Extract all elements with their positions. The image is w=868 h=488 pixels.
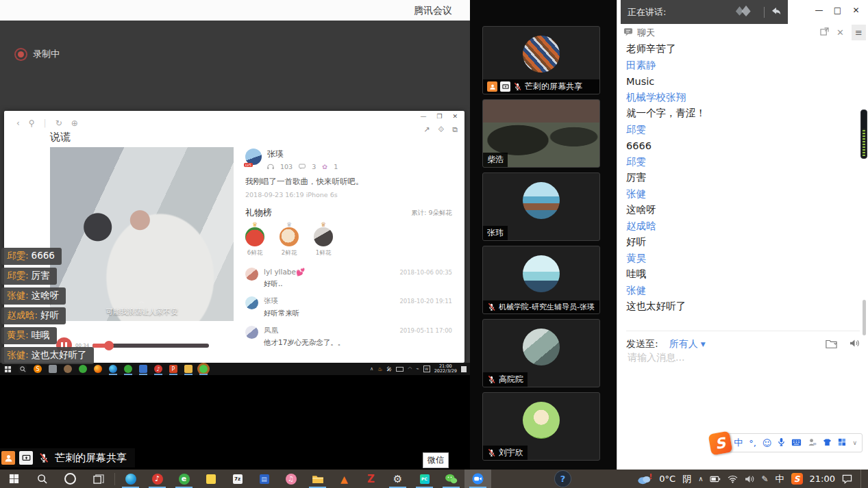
search-icon[interactable]	[28, 470, 56, 488]
task-view-icon[interactable]	[84, 470, 112, 488]
chat-scrollbar[interactable]	[863, 300, 866, 335]
file-explorer-icon[interactable]	[304, 470, 331, 488]
matlab-icon[interactable]: ▲	[331, 470, 358, 488]
settings-icon[interactable]: ⚙	[384, 470, 411, 488]
toolbox-icon[interactable]	[838, 438, 846, 448]
send-to-selector[interactable]: 所有人	[669, 338, 698, 350]
chat-sender-name[interactable]: 黄昊	[626, 251, 852, 267]
chat-sender-name[interactable]: 邱雯	[626, 122, 852, 138]
netease-music-icon[interactable]: ♪	[154, 365, 162, 373]
gift-rank-item[interactable]: ♛ 6鲜花	[245, 227, 264, 257]
weather-temp[interactable]: 0°C	[659, 474, 675, 484]
show-desktop-button[interactable]	[860, 470, 865, 488]
search-icon[interactable]	[18, 365, 27, 373]
close-icon[interactable]: ✕	[452, 113, 458, 120]
participant-tile[interactable]: 机械学院-研究生辅导员-张瑛	[482, 246, 600, 314]
sogou-tray-icon[interactable]: S	[791, 473, 803, 485]
gift-box-icon[interactable]: ⟐	[438, 125, 444, 134]
help-icon[interactable]: ?	[555, 471, 571, 487]
tray-chevron-icon[interactable]: ∧	[698, 475, 703, 483]
singer-name[interactable]: 张瑛	[267, 149, 338, 160]
participant-tile[interactable]: 柴浩	[482, 99, 600, 168]
image-viewer-icon[interactable]	[139, 365, 147, 373]
battery-icon[interactable]	[396, 367, 404, 372]
chat-menu-button[interactable]: ≡	[852, 25, 866, 40]
sticky-notes-icon[interactable]	[197, 470, 224, 488]
chat-sender-name[interactable]: 张健	[626, 186, 852, 203]
chat-sender-name[interactable]: 田素静	[626, 57, 852, 74]
refresh-icon[interactable]: ↻	[55, 118, 62, 128]
close-button[interactable]: ✕	[847, 2, 865, 18]
weather-icon[interactable]: !	[637, 474, 652, 485]
collapse-chevron-icon[interactable]: ∨	[852, 439, 857, 446]
ime-box-icon[interactable]: W	[423, 365, 430, 372]
edge-icon[interactable]	[117, 470, 144, 488]
keyboard-icon[interactable]	[791, 438, 802, 448]
back-icon[interactable]: ‹	[16, 118, 20, 128]
window-controls[interactable]: — □ ✕	[810, 2, 865, 18]
start-button[interactable]	[0, 470, 28, 488]
popout-icon[interactable]	[820, 27, 829, 38]
start-button-icon[interactable]	[3, 365, 12, 373]
firefox-icon[interactable]	[94, 365, 102, 373]
usb-icon[interactable]: ⌁	[416, 366, 419, 372]
music-app-icon[interactable]: ♫	[277, 470, 304, 488]
participant-tile[interactable]: 张玮	[482, 172, 600, 241]
mic-tray-icon[interactable]: 🎤︎	[386, 366, 392, 372]
app-green-icon[interactable]	[79, 365, 87, 373]
restore-icon[interactable]: ❐	[436, 113, 442, 120]
tray-chevron-icon[interactable]: ∧	[370, 366, 373, 372]
image-viewer-icon[interactable]: ▤	[251, 470, 277, 488]
close-chat-icon[interactable]: ✕	[836, 27, 844, 38]
file-send-icon[interactable]	[826, 339, 837, 350]
action-center-icon[interactable]	[842, 474, 852, 484]
app-brown-icon[interactable]	[64, 365, 72, 373]
edge-icon[interactable]	[109, 365, 117, 373]
sogou-logo-icon[interactable]: S	[708, 431, 733, 455]
reply-arrow-icon[interactable]	[770, 6, 781, 18]
chat-message-list[interactable]: 老师辛苦了田素静Music机械学校张翔就一个字，青涩！邱雯6666邱雯厉害张健这…	[626, 41, 852, 315]
netease-music-icon[interactable]: ♪	[144, 470, 171, 488]
chat-sender-name[interactable]: 机械学校张翔	[626, 90, 852, 106]
mini-player-icon[interactable]: ⧉	[452, 125, 458, 134]
globe-icon[interactable]: ⊕	[71, 118, 78, 128]
7zip-icon[interactable]: 7z	[224, 470, 251, 488]
voice-input-icon[interactable]	[778, 437, 785, 448]
progress-slider[interactable]	[92, 344, 209, 348]
youdao-note-icon[interactable]: e	[171, 470, 197, 488]
link-icon[interactable]: ⚲	[29, 118, 35, 128]
minimize-icon[interactable]: —	[420, 113, 426, 120]
recycle-bin-icon[interactable]	[49, 365, 57, 373]
gift-rank-item[interactable]: ♛ 1鲜花	[314, 227, 333, 257]
pen-icon[interactable]: ✎	[761, 474, 768, 484]
chat-sender-name[interactable]: 邱雯	[626, 154, 852, 170]
skin-icon[interactable]	[823, 438, 832, 448]
powerpoint-icon[interactable]: P	[169, 365, 177, 373]
ime-indicator[interactable]: 中	[776, 473, 784, 485]
sogou-ime-icon[interactable]: S	[34, 365, 42, 373]
participant-tile[interactable]: 刘宇欣	[482, 392, 600, 461]
wechat-icon[interactable]	[199, 365, 208, 373]
participant-tile[interactable]: 高院院	[482, 319, 600, 387]
tencent-meeting-icon[interactable]	[464, 470, 491, 488]
notes-icon[interactable]	[461, 366, 467, 372]
singer-avatar[interactable]: LV5	[245, 149, 262, 165]
read-aloud-icon[interactable]	[850, 339, 860, 350]
gift-rank-item[interactable]: ♛ 2鲜花	[280, 227, 299, 257]
weather-condition[interactable]: 阴	[682, 473, 691, 485]
progress-handle[interactable]	[104, 341, 114, 350]
sogou-ime-bar[interactable]: S 中 °, ☺ ∨	[710, 433, 863, 453]
ime-mode-button[interactable]: 中	[734, 437, 743, 449]
file-explorer-icon[interactable]	[184, 365, 193, 373]
cortana-icon[interactable]	[56, 470, 84, 488]
browser-nav-icons[interactable]: ‹ ⚲ | ↻ ⊕	[16, 118, 78, 128]
participant-tile[interactable]: 芒刺的屏幕共享	[482, 26, 600, 94]
chevron-down-icon[interactable]: ▼	[701, 341, 706, 348]
wifi-icon[interactable]: ◠	[408, 366, 412, 372]
account-icon[interactable]	[808, 438, 817, 448]
minimize-button[interactable]: —	[810, 2, 828, 18]
emoji-icon[interactable]: ☺	[762, 438, 772, 448]
shared-window-tools[interactable]: ↗ ⟐ ⧉	[423, 125, 458, 134]
battery-icon[interactable]	[710, 476, 721, 483]
wechat-icon[interactable]	[438, 470, 464, 488]
